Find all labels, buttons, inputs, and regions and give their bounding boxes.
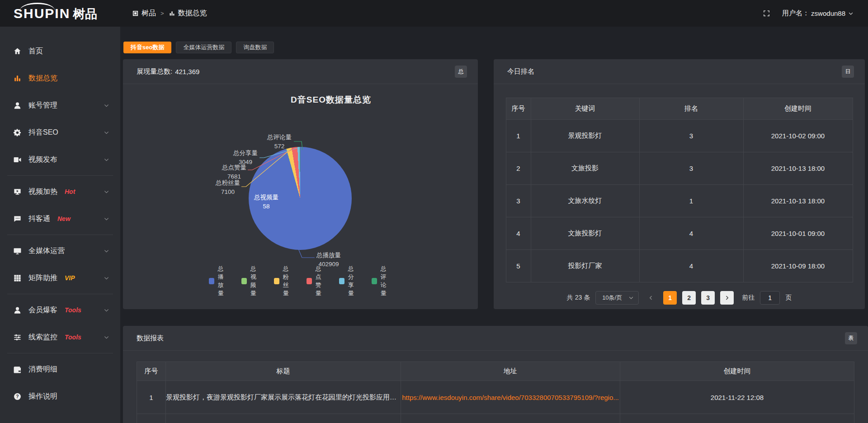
sidebar-item-account[interactable]: 账号管理 bbox=[0, 92, 120, 119]
report-table: 序号 标题 地址 创建时间 1 景观投影灯，夜游景观投影灯厂家展示展示落花灯在花… bbox=[137, 362, 854, 423]
sidebar-item-consumption-detail[interactable]: 消费明细 bbox=[0, 356, 120, 383]
sidebar-item-matrix-boost[interactable]: 矩阵助推 VIP bbox=[0, 264, 120, 291]
sidebar-item-label: 首页 bbox=[28, 47, 43, 56]
chevron-down-icon bbox=[104, 248, 109, 254]
video-link[interactable]: https://www.iesdouyin.com/share/video/70… bbox=[402, 394, 619, 401]
tab-douyin-seo-data[interactable]: 抖音seo数据 bbox=[123, 42, 171, 53]
legend-swatch bbox=[274, 278, 279, 284]
sidebar-divider bbox=[7, 235, 113, 235]
username-value: zswodun88 bbox=[811, 9, 845, 17]
sidebar-item-media-operation[interactable]: 全媒体运营 bbox=[0, 237, 120, 264]
gear-icon bbox=[13, 128, 22, 137]
breadcrumb-current[interactable]: 数据总览 bbox=[169, 9, 207, 18]
chevron-down-icon bbox=[104, 189, 109, 195]
goto-page-input[interactable] bbox=[760, 291, 780, 305]
logo-text-cn: 树品 bbox=[73, 8, 97, 20]
fullscreen-icon[interactable] bbox=[763, 9, 770, 17]
legend-item-videos[interactable]: 总视频量 bbox=[241, 265, 262, 297]
sidebar-item-label: 视频加热 bbox=[28, 187, 57, 197]
username-label: 用户名： bbox=[782, 9, 809, 18]
sidebar-item-label: 抖音SEO bbox=[28, 128, 58, 137]
page-button-1[interactable]: 1 bbox=[663, 291, 677, 305]
page-size-select[interactable]: 10条/页 bbox=[595, 291, 639, 305]
sidebar-item-data-overview[interactable]: 数据总览 bbox=[0, 65, 120, 92]
billboard-icon bbox=[13, 187, 22, 196]
prev-page-button[interactable] bbox=[644, 291, 658, 305]
day-view-badge[interactable]: 日 bbox=[842, 66, 854, 78]
chevron-down-icon bbox=[104, 216, 109, 222]
ranking-table: 序号 关键词 排名 创建时间 1 景观投影灯 3 2021-10-02 09:0… bbox=[506, 98, 853, 282]
sidebar-item-instructions[interactable]: ? 操作说明 bbox=[0, 383, 120, 410]
column-header: 序号 bbox=[506, 98, 531, 120]
overview-panel-header: 展现量总数: 421,369 总 bbox=[123, 59, 478, 84]
new-tag: New bbox=[57, 215, 71, 222]
column-header: 创建时间 bbox=[743, 98, 853, 120]
chevron-down-icon bbox=[104, 157, 109, 163]
tab-media-operation-data[interactable]: 全媒体运营数据 bbox=[176, 42, 231, 53]
legend-swatch bbox=[372, 278, 377, 284]
user-menu[interactable]: 用户名： zswodun88 bbox=[782, 9, 854, 18]
report-panel-header: 数据报表 表 bbox=[123, 326, 868, 351]
legend-item-comments[interactable]: 总评论量 bbox=[372, 265, 392, 297]
sidebar-item-video-publish[interactable]: 视频发布 bbox=[0, 146, 120, 173]
total-view-badge[interactable]: 总 bbox=[455, 66, 467, 78]
legend-item-fans[interactable]: 总粉丝量 bbox=[274, 265, 295, 297]
pie-chart: D音SEO数据量总览 总评论量 572 总分享量 3049 bbox=[123, 84, 478, 309]
bar-chart-icon bbox=[169, 10, 175, 17]
sidebar-item-douyin-seo[interactable]: 抖音SEO bbox=[0, 119, 120, 146]
legend-item-shares[interactable]: 总分享量 bbox=[339, 265, 360, 297]
page-button-2[interactable]: 2 bbox=[682, 291, 696, 305]
sidebar-item-label: 抖客通 bbox=[28, 214, 50, 224]
seo-overview-panel: 展现量总数: 421,369 总 D音SEO数据量总览 总评论量 572 bbox=[123, 59, 478, 309]
sidebar-divider bbox=[7, 353, 113, 353]
page-button-3[interactable]: 3 bbox=[701, 291, 715, 305]
member-icon bbox=[13, 306, 22, 315]
panels-row: 展现量总数: 421,369 总 D音SEO数据量总览 总评论量 572 bbox=[123, 59, 865, 309]
sidebar-divider bbox=[7, 175, 113, 176]
ranking-panel-title: 今日排名 bbox=[507, 67, 534, 76]
report-panel-title: 数据报表 bbox=[137, 334, 164, 343]
table-header-row: 序号 关键词 排名 创建时间 bbox=[506, 98, 853, 120]
table-row-partial bbox=[137, 414, 854, 423]
table-view-badge[interactable]: 表 bbox=[845, 332, 857, 344]
table-row: 1 景观投影灯，夜游景观投影灯厂家展示展示落花灯在花园里的灯光投影应用效果 # … bbox=[137, 381, 854, 414]
sidebar-item-douketong[interactable]: 抖客通 New bbox=[0, 205, 120, 232]
tools-tag: Tools bbox=[65, 306, 81, 314]
sidebar-item-video-heat[interactable]: 视频加热 Hot bbox=[0, 178, 120, 205]
sidebar-item-label: 会员爆客 bbox=[28, 306, 57, 315]
chevron-down-icon bbox=[628, 295, 634, 301]
impressions-total-value: 421,369 bbox=[175, 68, 199, 75]
video-camera-icon bbox=[13, 155, 22, 164]
sidebar-divider bbox=[7, 294, 113, 294]
sidebar-item-label: 线索监控 bbox=[28, 333, 57, 342]
pie-label-comments: 总评论量 572 bbox=[267, 133, 292, 151]
chart-legend: 总播放量 总视频量 总粉丝量 总点赞量 总分享量 总评论量 bbox=[209, 265, 392, 297]
main-content: 抖音seo数据 全媒体运营数据 询盘数据 展现量总数: 421,369 总 D音… bbox=[120, 27, 868, 423]
pie-label-fans: 总粉丝量 7100 bbox=[216, 179, 240, 197]
pie-label-videos: 总视频量 58 bbox=[254, 193, 278, 211]
hot-tag: Hot bbox=[65, 188, 75, 195]
app-square-icon bbox=[132, 10, 139, 17]
table-row: 2 文旅投影 3 2021-10-13 18:00 bbox=[506, 152, 853, 185]
breadcrumb-current-label: 数据总览 bbox=[178, 9, 207, 18]
breadcrumb-root[interactable]: 树品 bbox=[132, 9, 156, 18]
sidebar-item-clue-monitor[interactable]: 线索监控 Tools bbox=[0, 324, 120, 351]
sidebar-item-label: 数据总览 bbox=[28, 74, 57, 83]
legend-item-plays[interactable]: 总播放量 bbox=[209, 265, 230, 297]
column-header: 创建时间 bbox=[620, 362, 854, 381]
sidebar-item-label: 消费明细 bbox=[28, 365, 57, 374]
sidebar-item-member-baoke[interactable]: 会员爆客 Tools bbox=[0, 296, 120, 324]
sidebar-item-label: 矩阵助推 bbox=[28, 273, 57, 283]
legend-item-likes[interactable]: 总点赞量 bbox=[307, 265, 327, 297]
legend-swatch bbox=[339, 278, 344, 284]
next-page-button[interactable] bbox=[720, 291, 734, 305]
column-header: 标题 bbox=[166, 362, 401, 381]
table-row: 5 投影灯厂家 4 2021-10-09 18:00 bbox=[506, 250, 853, 282]
data-report-panel: 数据报表 表 序号 标题 地址 创建时间 1 景观投影灯，夜游景观投影灯厂家展示… bbox=[123, 326, 868, 423]
tab-inquiry-data[interactable]: 询盘数据 bbox=[236, 42, 274, 53]
legend-swatch bbox=[307, 278, 312, 284]
svg-text:?: ? bbox=[16, 394, 19, 399]
sidebar-item-home[interactable]: 首页 bbox=[0, 38, 120, 65]
header-right: 用户名： zswodun88 bbox=[763, 9, 868, 18]
impressions-total-label: 展现量总数: bbox=[137, 67, 172, 76]
